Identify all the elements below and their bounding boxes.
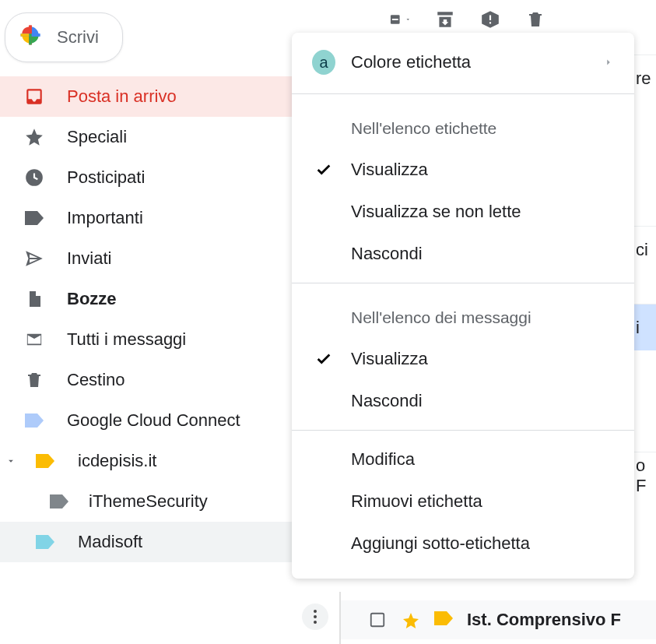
nav-label-itheme[interactable]: iThemeSecurity (0, 481, 335, 522)
svg-rect-10 (371, 614, 384, 627)
nav-label-icdepisis[interactable]: icdepisis.it (0, 441, 335, 481)
nav-label: Cestino (67, 370, 125, 390)
nav-label: Inviati (67, 248, 111, 269)
menu-item-label: Aggiungi sotto-etichetta (351, 533, 530, 554)
nav-sent[interactable]: Inviati (0, 238, 335, 279)
check-icon (312, 161, 335, 178)
important-icon (23, 207, 45, 229)
menu-item-label: Modifica (351, 449, 415, 470)
menu-msglist-hide[interactable]: Nascondi (292, 380, 634, 422)
inbox-icon (23, 86, 45, 107)
sidebar: Scrivi Posta in arrivo Speciali Post (0, 0, 335, 644)
mail-sender: Ist. Comprensivo F (467, 610, 621, 630)
nav-allmail[interactable]: Tutti i messaggi (0, 319, 335, 360)
chevron-right-icon (603, 52, 614, 72)
nav-inbox[interactable]: Posta in arrivo (0, 76, 335, 117)
nav-label: Bozze (67, 289, 117, 309)
nav-drafts[interactable]: Bozze (0, 279, 335, 319)
nav-label: Importanti (67, 208, 143, 228)
mail-list-partial: re ci i o F (633, 55, 656, 498)
svg-rect-9 (392, 19, 398, 20)
menu-edit[interactable]: Modifica (292, 438, 634, 480)
menu-section-header: Nell'elenco dei messaggi (292, 291, 634, 338)
label-icon (34, 450, 56, 472)
nav-label-madisoft[interactable]: Madisoft (0, 522, 335, 562)
check-icon (312, 350, 335, 368)
compose-button[interactable]: Scrivi (5, 12, 123, 62)
clock-icon (23, 167, 45, 188)
nav-label: Tutti i messaggi (67, 329, 186, 350)
important-icon[interactable] (434, 611, 451, 628)
menu-labellist-unread[interactable]: Visualizza se non lette (292, 191, 634, 233)
label-icon (23, 410, 45, 431)
svg-rect-6 (29, 37, 32, 45)
nav-trash[interactable]: Cestino (0, 360, 335, 400)
svg-rect-4 (21, 33, 30, 37)
menu-add-sublabel[interactable]: Aggiungi sotto-etichetta (292, 523, 634, 565)
caret-down-icon[interactable] (405, 15, 411, 24)
nav-important[interactable]: Importanti (0, 198, 335, 238)
send-icon (23, 248, 45, 269)
nav-label: icdepisis.it (78, 451, 156, 471)
color-badge-icon: a (312, 50, 335, 75)
kebab-icon (314, 615, 317, 618)
delete-icon[interactable] (524, 9, 546, 30)
nav-label: Posta in arrivo (67, 86, 177, 107)
label-icon (34, 531, 56, 553)
nav-list: Posta in arrivo Speciali Posticipati Imp… (0, 76, 335, 562)
label-icon (48, 491, 70, 512)
nav-label: Posticipati (67, 167, 145, 188)
star-icon[interactable] (402, 611, 419, 628)
compose-label: Scrivi (57, 27, 99, 48)
menu-item-label: Visualizza se non lette (351, 202, 521, 222)
svg-rect-3 (29, 26, 32, 34)
trash-icon (23, 369, 45, 391)
plus-icon (18, 23, 43, 52)
menu-section-header: Nell'elenco etichette (292, 102, 634, 149)
spam-icon[interactable] (479, 9, 501, 30)
menu-item-label: Visualizza (351, 349, 428, 369)
menu-labellist-hide[interactable]: Nascondi (292, 233, 634, 275)
menu-remove-label[interactable]: Rimuovi etichetta (292, 480, 634, 523)
menu-color-label[interactable]: a Colore etichetta (292, 39, 634, 86)
star-icon (23, 126, 45, 148)
nav-label: Speciali (67, 127, 127, 147)
menu-item-label: Nascondi (351, 391, 423, 411)
menu-labellist-show[interactable]: Visualizza (292, 149, 634, 191)
nav-label: Madisoft (78, 532, 142, 552)
archive-icon[interactable] (434, 9, 456, 30)
svg-rect-5 (32, 33, 40, 37)
select-all-checkbox[interactable] (389, 9, 411, 30)
menu-item-label: Rimuovi etichetta (351, 491, 482, 512)
nav-snoozed[interactable]: Posticipati (0, 157, 335, 198)
file-icon (23, 288, 45, 310)
checkbox-icon[interactable] (369, 611, 386, 628)
menu-item-label: Colore etichetta (351, 52, 471, 72)
svg-rect-2 (29, 33, 32, 37)
nav-starred[interactable]: Speciali (0, 117, 335, 157)
label-context-menu: a Colore etichetta Nell'elenco etichette… (292, 33, 634, 579)
nav-label: Google Cloud Connect (67, 410, 240, 431)
mail-row[interactable]: Ist. Comprensivo F (341, 600, 656, 639)
menu-msglist-show[interactable]: Visualizza (292, 338, 634, 380)
mail-icon (23, 329, 45, 350)
nav-label-gcc[interactable]: Google Cloud Connect (0, 400, 335, 441)
menu-item-label: Nascondi (351, 244, 423, 264)
label-more-button[interactable] (302, 604, 328, 630)
menu-item-label: Visualizza (351, 160, 428, 180)
chevron-down-icon[interactable] (5, 456, 17, 466)
nav-label: iThemeSecurity (89, 491, 208, 512)
